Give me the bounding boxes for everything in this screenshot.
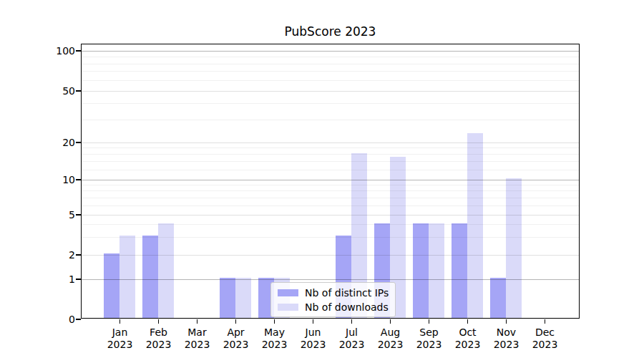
x-tick-year: 2023 [99,339,142,351]
x-tick-mark [274,319,275,324]
y-tick-mark [76,214,81,215]
x-tick-month: Nov [485,326,528,339]
x-tick-mark [351,319,352,324]
x-tick-month: Dec [524,326,567,339]
x-tick-year: 2023 [253,339,296,351]
y-tick-mark [76,254,81,255]
gridline-major [82,180,579,180]
gridline-minor [82,103,579,104]
x-tick-mark [197,319,197,324]
gridline-minor [82,154,579,155]
x-tick-year: 2023 [524,339,567,351]
x-tick-month: Mar [176,326,219,339]
x-tick-mark [158,319,159,324]
bar-nb-of-downloads-jan [119,236,135,318]
x-tick-label: Jul2023 [331,326,374,351]
bar-nb-of-downloads-apr [235,278,251,318]
legend: Nb of distinct IPs Nb of downloads [270,282,396,317]
x-tick-month: Oct [447,326,489,339]
bar-nb-of-distinct-ips-jan [104,253,119,318]
bar-nb-of-distinct-ips-apr [220,278,235,318]
x-tick-label: May2023 [253,326,296,351]
gridline-minor [82,64,579,64]
bar-nb-of-distinct-ips-oct [452,223,467,318]
bar-nb-of-downloads-feb [158,223,174,318]
gridline-minor [82,120,579,120]
y-tick-mark [76,319,81,319]
y-tick-label: 2 [42,250,75,260]
x-tick-month: Feb [137,326,180,339]
y-tick-mark [76,179,81,180]
gridline-minor [82,185,579,185]
gridline-major [82,215,579,216]
y-tick-label: 20 [42,137,75,147]
y-tick-label: 10 [42,175,75,185]
bar-nb-of-distinct-ips-sep [413,223,429,318]
legend-label-downloads: Nb of downloads [305,301,389,313]
x-tick-label: Jan2023 [99,326,142,351]
x-tick-mark [429,319,429,324]
x-tick-label: Apr2023 [215,326,258,351]
x-tick-mark [235,319,236,324]
x-tick-label: Jun2023 [292,326,335,351]
x-tick-mark [313,319,313,324]
x-tick-year: 2023 [292,339,335,351]
legend-item-distinct-ips: Nb of distinct IPs [278,286,389,299]
x-tick-month: Jul [331,326,374,339]
gridline-minor [82,170,579,170]
bar-nb-of-downloads-sep [429,223,444,318]
x-tick-label: Aug2023 [369,326,412,351]
x-tick-mark [506,319,507,324]
y-tick-label: 50 [42,86,75,96]
x-tick-label: Dec2023 [524,326,567,351]
gridline-major [82,51,579,52]
x-tick-label: Feb2023 [137,326,180,351]
x-tick-year: 2023 [408,339,451,351]
x-tick-month: Aug [369,326,412,339]
x-tick-month: Sep [408,326,451,339]
bar-nb-of-distinct-ips-nov [490,278,506,318]
gridline-major [82,142,579,143]
y-tick-label: 5 [42,210,75,220]
x-tick-year: 2023 [331,339,374,351]
gridline-minor [82,71,579,72]
y-tick-label: 1 [42,274,75,284]
x-tick-mark [467,319,468,324]
x-tick-label: Oct2023 [447,326,489,351]
x-tick-year: 2023 [447,339,489,351]
x-tick-year: 2023 [215,339,258,351]
x-tick-month: Jan [99,326,142,339]
plot-area: Nb of distinct IPs Nb of downloads 01251… [81,44,580,319]
x-tick-mark [545,319,545,324]
y-tick-mark [76,279,81,279]
legend-label-distinct-ips: Nb of distinct IPs [305,287,389,299]
x-tick-month: Apr [215,326,258,339]
x-tick-year: 2023 [485,339,528,351]
gridline-minor [82,161,579,162]
bar-nb-of-distinct-ips-feb [142,236,158,318]
x-tick-year: 2023 [137,339,180,351]
x-tick-month: Jun [292,326,335,339]
bar-nb-of-downloads-nov [506,178,522,318]
gridline-minor [82,224,579,225]
y-tick-mark [76,50,81,51]
y-tick-label: 100 [42,46,75,56]
bar-nb-of-downloads-oct [467,133,483,318]
legend-item-downloads: Nb of downloads [278,301,389,313]
y-tick-label: 0 [42,314,75,324]
x-tick-month: May [253,326,296,339]
x-tick-year: 2023 [369,339,412,351]
gridline-minor [82,190,579,191]
x-tick-mark [119,319,120,324]
x-tick-label: Sep2023 [408,326,451,351]
gridline-minor [82,198,579,198]
y-tick-mark [76,142,81,142]
gridline-minor [82,205,579,206]
chart-title: PubScore 2023 [81,24,580,39]
x-tick-mark [390,319,391,324]
figure: PubScore 2023 Nb of distinct IPs Nb of d… [0,0,644,358]
gridline-major [82,91,579,92]
x-tick-label: Mar2023 [176,326,219,351]
x-tick-year: 2023 [176,339,219,351]
gridline-minor [82,80,579,81]
